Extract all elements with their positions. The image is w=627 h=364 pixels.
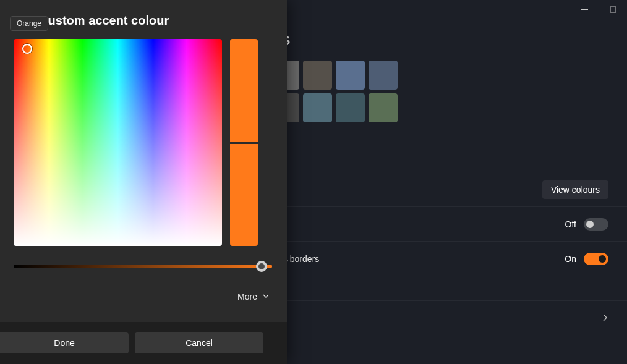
window-maximize-button[interactable] xyxy=(599,0,627,19)
value-slider-thumb[interactable] xyxy=(256,261,267,272)
contrast-themes-row[interactable]: nsitivity xyxy=(237,300,627,335)
colour-swatch[interactable] xyxy=(303,93,332,122)
colour-spectrum-picker[interactable] xyxy=(14,39,222,246)
colour-swatch[interactable] xyxy=(336,93,365,122)
colour-swatch[interactable] xyxy=(303,61,332,90)
toggle-state-label: Off xyxy=(565,219,576,229)
window-minimize-button[interactable] xyxy=(570,0,599,19)
chevron-down-icon xyxy=(262,292,270,302)
value-slider[interactable] xyxy=(14,265,272,268)
spectrum-cursor[interactable] xyxy=(22,44,32,54)
colour-preview-top xyxy=(230,39,258,142)
svg-rect-0 xyxy=(610,7,616,12)
accent-title-borders-row: and windows borders On xyxy=(237,241,627,276)
view-colours-button[interactable]: View colours xyxy=(542,180,608,199)
cancel-button[interactable]: Cancel xyxy=(135,332,263,353)
custom-accent-colour-dialog: se a custom accent colour Orange More xyxy=(0,0,287,364)
colour-swatch[interactable] xyxy=(369,93,398,122)
colour-swatch[interactable] xyxy=(336,61,365,90)
page-title: olours xyxy=(237,30,627,49)
colour-swatch[interactable] xyxy=(369,61,398,90)
accent-start-taskbar-row: taskbar Off xyxy=(237,206,627,241)
colour-name-tooltip: Orange xyxy=(10,16,48,31)
done-button[interactable]: Done xyxy=(0,332,129,353)
accent-borders-toggle[interactable] xyxy=(584,253,608,265)
toggle-state-label: On xyxy=(565,254,576,264)
settings-colours-page: olours xyxy=(237,30,627,122)
more-toggle[interactable]: More xyxy=(14,292,272,302)
colour-preview-bottom xyxy=(230,144,258,247)
accent-taskbar-toggle[interactable] xyxy=(584,218,608,231)
more-label: More xyxy=(237,292,257,302)
dialog-title: se a custom accent colour xyxy=(14,14,272,28)
custom-colours-row: View colours xyxy=(237,172,627,206)
chevron-right-icon xyxy=(601,313,608,324)
